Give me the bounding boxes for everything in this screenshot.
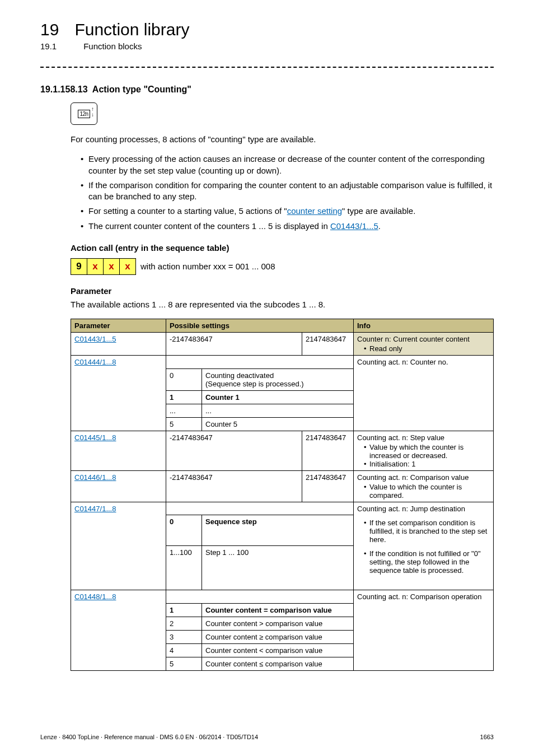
section-number: 19.1 [40, 41, 57, 51]
counting-icon-glyph: 12n [78, 110, 90, 118]
option-key: 3 [166, 630, 202, 643]
info-sub: Value to which the counter is compared. [364, 483, 490, 500]
option-key: 1 [166, 390, 202, 404]
parameter-intro: The available actions 1 ... 8 are repres… [71, 299, 494, 310]
action-digit: x [120, 258, 136, 274]
param-link-c01447[interactable]: C01447/1...8 [74, 505, 116, 513]
intro-paragraph: For counting processes, 8 actions of "co… [71, 134, 494, 145]
param-cell: C01446/1...8 [71, 470, 166, 502]
param-cell [71, 515, 166, 546]
page-footer: Lenze · 8400 TopLine · Reference manual … [40, 734, 494, 740]
divider [40, 67, 494, 68]
bullet-item: For setting a counter to a starting valu… [81, 206, 494, 217]
table-header-possible-settings: Possible settings [166, 319, 354, 333]
max-value: 2147483647 [302, 431, 353, 470]
param-link-c01445[interactable]: C01445/1...8 [74, 433, 116, 442]
info-cell: If the set comparison condition is fulfi… [354, 515, 494, 546]
bullet-text: If the comparison condition for comparin… [88, 180, 492, 201]
empty-cell [166, 502, 354, 515]
info-sub: If the set comparison condition is fulfi… [364, 519, 490, 544]
action-suffix-text: with action number xxx = 001 ... 008 [140, 262, 275, 271]
parameter-table: Parameter Possible settings Info C01443/… [71, 319, 494, 671]
info-cell: Counting act. n: Comparison operation [354, 590, 494, 604]
min-value: -2147483647 [166, 431, 302, 470]
option-value: Counter content > comparison value [202, 617, 354, 630]
table-header-parameter: Parameter [71, 319, 166, 333]
param-cell [71, 657, 166, 670]
bullet-item: Every processing of the action causes an… [81, 153, 494, 176]
c01443-link[interactable]: C01443/1...5 [330, 221, 378, 231]
info-cell [354, 603, 494, 617]
param-link-c01444[interactable]: C01444/1...8 [74, 358, 116, 366]
info-cell: Counting act. n: Counter no. [354, 356, 494, 369]
action-number-row: 9 x x x with action number xxx = 001 ...… [71, 258, 494, 275]
empty-cell [166, 590, 354, 604]
info-sub: Read only [364, 344, 490, 353]
bullet-text: For setting a counter to a starting valu… [88, 206, 287, 216]
subsection-heading: 19.1.158.13 Action type "Counting" [40, 85, 494, 95]
action-digit: x [104, 258, 120, 274]
info-cell [354, 417, 494, 431]
option-value: Counter 5 [202, 417, 354, 431]
info-main: Counter n: Current counter content [357, 335, 470, 343]
param-cell [71, 630, 166, 643]
info-cell [354, 404, 494, 417]
chapter-title: Function library [74, 20, 189, 39]
info-main: Counting act. n: Comparison value [357, 473, 469, 482]
bullet-text: . [378, 221, 381, 231]
option-key: 5 [166, 657, 202, 670]
info-cell [354, 630, 494, 643]
up-down-arrow-icon: ↑↓ [91, 106, 94, 118]
option-key: ... [166, 404, 202, 417]
option-value: Counter content ≤ comparison value [202, 657, 354, 670]
footer-left: Lenze · 8400 TopLine · Reference manual … [40, 734, 258, 740]
subsection-title: Action type "Counting" [92, 85, 191, 94]
param-cell [71, 417, 166, 431]
param-cell [71, 643, 166, 657]
action-number-boxes: 9 x x x [71, 258, 136, 275]
param-cell: C01443/1...5 [71, 333, 166, 356]
chapter-number: 19 [40, 20, 59, 39]
counter-setting-link[interactable]: counter setting [287, 206, 342, 216]
option-key: 1...100 [166, 546, 202, 590]
option-value: Counter content = comparison value [202, 603, 354, 617]
bullet-text: The current counter content of the count… [88, 221, 330, 231]
min-value: -2147483647 [166, 470, 302, 502]
table-header-info: Info [354, 319, 494, 333]
param-cell [71, 390, 166, 404]
option-value: Counter 1 [202, 390, 354, 404]
option-key: 0 [166, 515, 202, 546]
param-cell: C01445/1...8 [71, 431, 166, 470]
info-cell [354, 390, 494, 404]
bullet-item: If the comparison condition for comparin… [81, 180, 494, 203]
param-cell [71, 368, 166, 390]
info-cell [354, 617, 494, 630]
section-title: Function blocks [83, 41, 142, 51]
info-main: Counting act. n: Comparison operation [357, 592, 482, 601]
bullet-item: The current counter content of the count… [81, 221, 494, 232]
info-cell [354, 368, 494, 390]
param-cell [71, 617, 166, 630]
bullet-text: " type are available. [342, 206, 415, 216]
info-cell: Counting act. n: Step value Value by whi… [354, 431, 494, 470]
info-cell [354, 643, 494, 657]
param-cell: C01444/1...8 [71, 356, 166, 369]
max-value: 2147483647 [302, 333, 353, 356]
subsection-number: 19.1.158.13 [40, 85, 88, 94]
bullet-text: Every processing of the action causes an… [88, 154, 485, 175]
param-cell [71, 404, 166, 417]
param-link-c01446[interactable]: C01446/1...8 [74, 473, 116, 482]
param-link-c01448[interactable]: C01448/1...8 [74, 592, 116, 601]
action-digit: 9 [71, 258, 87, 274]
parameter-heading: Parameter [71, 286, 494, 296]
param-link-c01443[interactable]: C01443/1...5 [74, 335, 116, 343]
option-value: Counter content ≥ comparison value [202, 630, 354, 643]
info-sub: Initialisation: 1 [364, 460, 490, 468]
option-key: 5 [166, 417, 202, 431]
option-value: Counter content < comparison value [202, 643, 354, 657]
param-cell [71, 603, 166, 617]
footer-page-number: 1663 [480, 734, 494, 740]
option-key: 0 [166, 368, 202, 390]
info-sub: Value by which the counter is increased … [364, 443, 490, 460]
info-main: Counting act. n: Jump destination [357, 505, 465, 513]
